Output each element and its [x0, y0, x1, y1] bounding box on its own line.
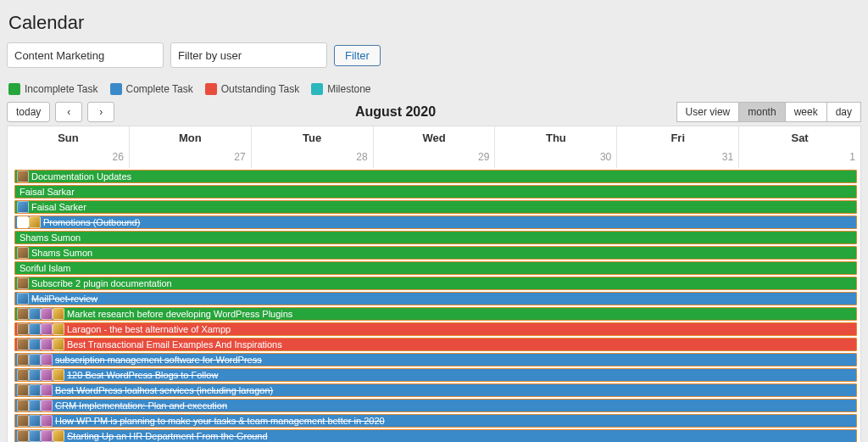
day-header: Fri [617, 126, 739, 149]
task-label: Shams Sumon [19, 232, 81, 243]
filter-button[interactable]: Filter [334, 45, 381, 66]
date-cell[interactable]: 1 [739, 149, 860, 168]
avatar [41, 338, 53, 350]
task-bar-row: Faisal Sarker [8, 200, 860, 214]
avatar-group [17, 369, 64, 381]
task-bar[interactable]: Best Transactional Email Examples And In… [14, 338, 857, 351]
legend-item-milestone: Milestone [311, 83, 370, 95]
task-label: Promotions (Outbound) [43, 217, 140, 227]
avatar [17, 216, 29, 228]
date-cell[interactable]: 27 [130, 149, 252, 168]
avatar-group [17, 430, 64, 442]
day-header: Tue [252, 126, 374, 149]
avatar [17, 293, 29, 305]
task-bar[interactable]: CRM Implementation: Plan and execution [14, 399, 857, 412]
task-bar-row: 120 Best WordPress Blogs to Follow [8, 368, 860, 382]
legend-item-complete: Complete Task [110, 83, 193, 95]
task-bar[interactable]: Faisal Sarker [14, 200, 857, 214]
avatar [17, 308, 29, 320]
task-bar-row: subscription management software for Wor… [8, 353, 860, 366]
avatar [29, 216, 41, 228]
user-select-placeholder: Filter by user [178, 49, 242, 62]
legend-item-incomplete: Incomplete Task [8, 83, 98, 95]
task-bar-row: Starting Up an HR Department From the Gr… [8, 429, 860, 442]
prev-button[interactable]: ‹ [55, 102, 82, 122]
avatar-group [17, 323, 64, 335]
avatar [17, 338, 29, 350]
legend-label: Complete Task [126, 83, 193, 95]
avatar-group [17, 247, 29, 259]
legend-label: Incomplete Task [25, 83, 98, 95]
avatar [29, 323, 41, 335]
task-bar[interactable]: Shams Sumon [14, 231, 857, 244]
avatar-group [17, 171, 29, 182]
task-bar[interactable]: Laragon - the best alternative of Xampp [14, 322, 857, 336]
calendar-toolbar: today ‹ › August 2020 User view month we… [7, 102, 861, 122]
task-bar[interactable]: How WP PM is planning to make your tasks… [14, 414, 857, 428]
date-number: 26 [113, 151, 124, 163]
legend-label: Milestone [327, 83, 370, 95]
date-cell[interactable]: 26 [8, 149, 130, 168]
avatar [41, 369, 53, 381]
avatar [53, 369, 64, 381]
date-number: 27 [234, 151, 245, 163]
view-user-button[interactable]: User view [676, 102, 739, 122]
legend-item-outstanding: Outstanding Task [205, 83, 300, 95]
task-label: Documentation Updates [31, 171, 131, 182]
task-bar-row: Shams Sumon [8, 246, 860, 260]
task-bars-area: Documentation UpdatesFaisal SarkarFaisal… [8, 168, 860, 442]
task-bar[interactable]: Documentation Updates [14, 170, 857, 183]
task-bar[interactable]: 120 Best WordPress Blogs to Follow [14, 368, 857, 382]
avatar [41, 400, 53, 411]
task-bar[interactable]: Promotions (Outbound) [14, 215, 857, 229]
task-bar-row: Subscribe 2 plugin documentation [8, 277, 860, 290]
filter-bar: Content Marketing Filter by user Filter [7, 42, 861, 68]
avatar-group [17, 308, 64, 320]
task-bar[interactable]: Shams Sumon [14, 246, 857, 260]
today-button[interactable]: today [7, 102, 50, 122]
avatar [17, 369, 29, 381]
category-select-value: Content Marketing [14, 49, 104, 62]
avatar [41, 354, 53, 366]
date-number: 31 [722, 151, 733, 163]
date-cell[interactable]: 29 [374, 149, 496, 168]
task-bar[interactable]: Market research before developing WordPr… [14, 307, 857, 321]
task-bar-row: MailPoet-review [8, 292, 860, 305]
day-header: Wed [374, 126, 496, 149]
avatar-group [17, 400, 53, 411]
avatar-group [17, 277, 29, 289]
date-cell[interactable]: 28 [252, 149, 374, 168]
legend: Incomplete Task Complete Task Outstandin… [8, 83, 861, 95]
calendar: Sun Mon Tue Wed Thu Fri Sat 26 27 28 29 … [7, 126, 861, 442]
task-label: Shams Sumon [31, 248, 92, 258]
avatar [17, 354, 29, 366]
view-day-button[interactable]: day [826, 102, 861, 122]
next-button[interactable]: › [87, 102, 114, 122]
avatar [29, 369, 41, 381]
category-select[interactable]: Content Marketing [7, 42, 164, 68]
view-week-button[interactable]: week [785, 102, 826, 122]
day-header: Mon [130, 126, 252, 149]
date-cell[interactable]: 30 [495, 149, 617, 168]
task-bar[interactable]: Best WordPress loalhost services (includ… [14, 383, 857, 397]
date-number: 30 [600, 151, 611, 163]
task-bar[interactable]: Subscribe 2 plugin documentation [14, 277, 857, 290]
avatar [17, 247, 29, 259]
avatar-group [17, 293, 29, 305]
day-header: Thu [495, 126, 617, 149]
task-bar-row: Faisal Sarkar [8, 185, 860, 199]
task-label: 120 Best WordPress Blogs to Follow [67, 370, 218, 380]
task-label: CRM Implementation: Plan and execution [55, 400, 227, 411]
view-month-button[interactable]: month [738, 102, 784, 122]
task-bar[interactable]: Soriful Islam [14, 261, 857, 275]
task-label: Best Transactional Email Examples And In… [67, 339, 282, 350]
task-label: Soriful Islam [19, 263, 71, 273]
date-cell[interactable]: 31 [617, 149, 739, 168]
task-bar[interactable]: MailPoet-review [14, 292, 857, 305]
avatar-group [17, 216, 41, 228]
user-select[interactable]: Filter by user [170, 42, 327, 68]
task-bar[interactable]: subscription management software for Wor… [14, 353, 857, 366]
task-bar[interactable]: Starting Up an HR Department From the Gr… [14, 429, 857, 442]
task-bar[interactable]: Faisal Sarkar [14, 185, 857, 199]
calendar-header: Sun Mon Tue Wed Thu Fri Sat [8, 126, 860, 149]
